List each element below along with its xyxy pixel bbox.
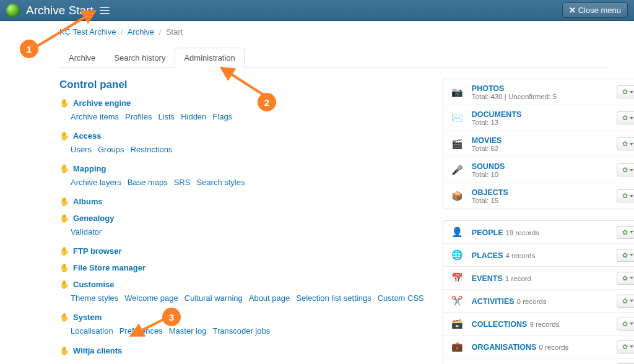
section-title[interactable]: System xyxy=(73,313,102,322)
link-master-log[interactable]: Master log xyxy=(169,326,207,336)
settings-button[interactable]: ✿ xyxy=(617,295,634,308)
stats-subtitle: Total: 13 xyxy=(472,119,617,126)
stats-title[interactable]: EVENTS xyxy=(472,274,503,283)
tabs: ArchiveSearch historyAdministration xyxy=(59,48,609,67)
breadcrumb-root[interactable]: KC Test Archive xyxy=(59,27,116,37)
section-genealogy: ✋GenealogyValidator xyxy=(59,214,430,239)
link-flags[interactable]: Flags xyxy=(212,112,232,121)
section-title[interactable]: Mapping xyxy=(73,164,106,173)
stats-row-photos: 📷PHOTOSTotal: 430 | Unconfirmed: 5✿ xyxy=(443,79,634,105)
settings-button[interactable]: ✿ xyxy=(617,189,634,202)
stats-title[interactable]: ACTIVITIES xyxy=(472,297,515,306)
close-icon: ✕ xyxy=(569,6,576,15)
settings-button[interactable]: ✿ xyxy=(617,85,634,98)
section-title[interactable]: Customise xyxy=(73,280,114,289)
chevron-down-icon xyxy=(630,231,633,233)
link-custom-css[interactable]: Custom CSS xyxy=(378,293,424,303)
link-restrictions[interactable]: Restrictions xyxy=(131,145,173,154)
stats-row-people: 👤PEOPLE19 records✿ xyxy=(443,221,634,243)
stats-row-activities: ✂️ACTIVITIES0 records✿ xyxy=(443,289,634,312)
people-icon: 👤 xyxy=(449,225,466,239)
settings-button[interactable]: ✿ xyxy=(617,340,634,353)
settings-button[interactable]: ✿ xyxy=(617,272,634,285)
callout-1: 1 xyxy=(20,40,38,58)
section-title[interactable]: Access xyxy=(73,131,102,141)
hand-icon: ✋ xyxy=(59,313,69,322)
link-localisation[interactable]: Localisation xyxy=(71,326,113,336)
stats-subtitle: 19 records xyxy=(506,229,539,236)
link-profiles[interactable]: Profiles xyxy=(125,112,152,121)
link-users[interactable]: Users xyxy=(71,145,92,154)
settings-button[interactable]: ✿ xyxy=(617,249,634,262)
section-title[interactable]: Genealogy xyxy=(73,214,114,223)
stats-title[interactable]: PHOTOS xyxy=(472,84,505,93)
app-logo-icon xyxy=(6,4,20,17)
link-srs[interactable]: SRS xyxy=(174,178,191,187)
media-stats-panel: 📷PHOTOSTotal: 430 | Unconfirmed: 5✿✉️DOC… xyxy=(443,79,634,209)
link-cultural-warning[interactable]: Cultural warning xyxy=(185,293,243,303)
section-access: ✋AccessUsersGroupsRestrictions xyxy=(59,131,430,157)
settings-button[interactable]: ✿ xyxy=(617,137,634,150)
close-menu-button[interactable]: ✕ Close menu xyxy=(562,2,628,18)
objects-icon: 📦 xyxy=(449,189,466,203)
link-archive-items[interactable]: Archive items xyxy=(71,112,119,121)
chevron-down-icon xyxy=(630,345,633,348)
link-about-page[interactable]: About page xyxy=(249,293,290,303)
link-hidden[interactable]: Hidden xyxy=(181,112,206,121)
section-albums: ✋Albums xyxy=(59,197,430,206)
stats-title[interactable]: ORGANISATIONS xyxy=(472,343,537,352)
link-base-maps[interactable]: Base maps xyxy=(128,178,168,187)
link-selection-list-settings[interactable]: Selection list settings xyxy=(296,293,371,303)
gear-icon: ✿ xyxy=(622,140,628,148)
stats-subtitle: Total: 430 | Unconfirmed: 5 xyxy=(472,93,617,100)
stats-row-collections: 🗃️COLLECTIONS9 records✿ xyxy=(443,312,634,335)
chevron-down-icon xyxy=(630,300,633,302)
stats-title[interactable]: SOUNDS xyxy=(472,162,505,171)
link-welcome-page[interactable]: Welcome page xyxy=(124,293,178,303)
link-transcoder-jobs[interactable]: Transcoder jobs xyxy=(212,326,270,336)
tab-archive[interactable]: Archive xyxy=(59,48,105,67)
stats-title[interactable]: OBJECTS xyxy=(472,188,508,197)
tab-administration[interactable]: Administration xyxy=(175,48,244,67)
section-title[interactable]: File Store manager xyxy=(73,263,145,272)
stats-title[interactable]: PEOPLE xyxy=(472,228,503,237)
movies-icon: 🎬 xyxy=(449,137,466,151)
stats-title[interactable]: COLLECTIONS xyxy=(472,320,528,329)
settings-button[interactable]: ✿ xyxy=(617,163,634,176)
link-search-styles[interactable]: Search styles xyxy=(196,178,245,187)
section-system: ✋SystemLocalisationPreferencesMaster log… xyxy=(59,313,430,338)
hand-icon: ✋ xyxy=(59,263,69,272)
stats-row-sounds: 🎤SOUNDSTotal: 10✿ xyxy=(443,157,634,183)
section-title[interactable]: Wiltja clients xyxy=(73,346,122,355)
menu-icon[interactable] xyxy=(100,7,110,14)
topbar: Archive Start ✕ Close menu xyxy=(0,0,634,21)
callout-2: 2 xyxy=(258,93,276,111)
link-groups[interactable]: Groups xyxy=(98,145,124,154)
stats-row-places: 🌐PLACES4 records✿ xyxy=(443,243,634,266)
link-lists[interactable]: Lists xyxy=(158,112,175,121)
settings-button[interactable]: ✿ xyxy=(617,226,634,239)
section-title[interactable]: Archive engine xyxy=(73,98,131,108)
settings-button[interactable]: ✿ xyxy=(617,318,634,331)
chevron-down-icon xyxy=(630,277,633,279)
stats-title[interactable]: PLACES xyxy=(472,251,503,260)
link-preferences[interactable]: Preferences xyxy=(119,326,163,336)
tab-search-history[interactable]: Search history xyxy=(105,48,175,67)
hand-icon: ✋ xyxy=(59,98,69,108)
chevron-down-icon xyxy=(630,195,633,197)
stats-subtitle: Total: 62 xyxy=(472,145,617,152)
section-title[interactable]: FTP browser xyxy=(73,246,122,256)
link-theme-styles[interactable]: Theme styles xyxy=(71,293,118,303)
stats-subtitle: 0 records xyxy=(539,344,568,351)
breadcrumb-archive[interactable]: Archive xyxy=(128,27,154,37)
stats-title[interactable]: DOCUMENTS xyxy=(472,110,522,119)
section-title[interactable]: Albums xyxy=(73,197,103,206)
hand-icon: ✋ xyxy=(59,280,69,289)
gear-icon: ✿ xyxy=(622,88,628,96)
chevron-down-icon xyxy=(630,91,633,93)
control-panel-heading: Control panel xyxy=(59,79,430,91)
link-archive-layers[interactable]: Archive layers xyxy=(71,178,121,187)
settings-button[interactable]: ✿ xyxy=(617,111,634,124)
link-validator[interactable]: Validator xyxy=(71,227,102,236)
stats-title[interactable]: MOVIES xyxy=(472,136,502,145)
